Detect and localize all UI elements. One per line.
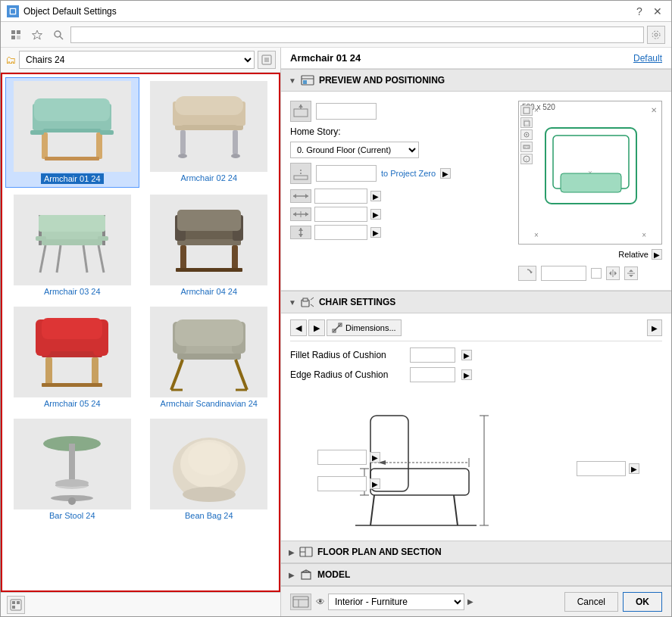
rotation-input[interactable]: 0.00° bbox=[541, 266, 586, 281]
svg-marker-115 bbox=[609, 271, 611, 276]
viewport-ruler[interactable] bbox=[520, 142, 533, 152]
close-button[interactable]: ✕ bbox=[650, 4, 665, 19]
cancel-button[interactable]: Cancel bbox=[564, 592, 618, 612]
svg-rect-83 bbox=[303, 80, 307, 84]
to-project-arrow[interactable]: ▶ bbox=[440, 168, 451, 179]
category-browse-button[interactable] bbox=[258, 51, 276, 69]
svg-line-41 bbox=[57, 245, 61, 273]
category-select[interactable]: Chairs 24 bbox=[19, 51, 255, 69]
svg-rect-101 bbox=[561, 173, 621, 192]
svg-rect-146 bbox=[302, 572, 311, 579]
list-item[interactable]: Armchair 03 24 bbox=[5, 191, 139, 300]
next-param-button[interactable]: ▶ bbox=[308, 319, 325, 336]
svg-rect-59 bbox=[92, 357, 98, 385]
floor-plan-header[interactable]: ▶ FLOOR PLAN AND SECTION bbox=[281, 541, 671, 563]
search-icon[interactable] bbox=[49, 26, 67, 44]
viewport-mode-2d[interactable] bbox=[520, 105, 533, 116]
right-body: ▼ PREVIEW AND POSITIONING bbox=[281, 69, 671, 586]
list-item[interactable]: Armchair 01 24 bbox=[5, 77, 139, 188]
svg-marker-98 bbox=[298, 234, 303, 237]
chair-settings-toggle[interactable]: ▼ bbox=[289, 298, 296, 307]
help-button[interactable]: ? bbox=[632, 4, 647, 19]
svg-marker-116 bbox=[614, 271, 617, 276]
svg-marker-97 bbox=[298, 228, 303, 231]
svg-rect-121 bbox=[303, 298, 308, 301]
depth-arrow[interactable]: ▶ bbox=[370, 209, 381, 220]
svg-line-42 bbox=[83, 245, 87, 273]
svg-rect-57 bbox=[42, 318, 102, 339]
width-input[interactable]: 520 bbox=[314, 189, 367, 204]
back-height-input[interactable]: 70 bbox=[317, 476, 367, 491]
list-item[interactable]: Bean Bag 24 bbox=[142, 415, 277, 524]
bottom-action-button[interactable] bbox=[7, 596, 25, 614]
mirror-checkbox[interactable] bbox=[591, 268, 602, 279]
footer-left: 👁 Interior - Furniture ▶ bbox=[290, 594, 474, 610]
list-item[interactable]: Armchair 04 24 bbox=[142, 191, 277, 300]
svg-marker-6 bbox=[33, 30, 42, 39]
edge-row: Edge Radius of Cushion 5 ▶ bbox=[290, 367, 662, 382]
items-grid: Armchair 01 24 bbox=[5, 77, 276, 524]
list-item[interactable]: Armchair 05 24 bbox=[5, 303, 139, 412]
depth-input[interactable]: 520 bbox=[314, 207, 367, 222]
item-image bbox=[14, 195, 131, 285]
prev-param-button[interactable]: ◀ bbox=[290, 319, 307, 336]
viewport-camera[interactable] bbox=[520, 129, 533, 140]
diagram-height-arrow[interactable]: ▶ bbox=[629, 463, 639, 474]
height-arrow[interactable]: ▶ bbox=[370, 227, 381, 238]
back-height-row: 70 ▶ bbox=[317, 476, 380, 491]
ok-button[interactable]: OK bbox=[623, 592, 662, 612]
svg-point-7 bbox=[55, 31, 61, 37]
settings-button[interactable] bbox=[647, 26, 665, 44]
model-header[interactable]: ▶ MODEL bbox=[281, 563, 671, 586]
category-footer-select[interactable]: Interior - Furniture bbox=[328, 594, 464, 610]
list-item[interactable]: Armchair 02 24 bbox=[142, 77, 277, 188]
preview-section-header[interactable]: ▼ PREVIEW AND POSITIONING bbox=[281, 69, 671, 92]
svg-point-32 bbox=[178, 154, 187, 158]
flip-v-button[interactable] bbox=[624, 266, 638, 280]
svg-rect-58 bbox=[45, 357, 52, 385]
dimensions-button[interactable]: Dimensions... bbox=[327, 319, 402, 336]
home-story-label: Home Story: bbox=[290, 126, 341, 137]
seat-depth-input[interactable]: 100 bbox=[317, 450, 367, 465]
viewport-info[interactable]: i bbox=[520, 154, 533, 164]
flip-h-button[interactable] bbox=[606, 266, 620, 280]
edge-arrow[interactable]: ▶ bbox=[461, 369, 472, 380]
svg-point-75 bbox=[188, 442, 230, 475]
total-height-input[interactable]: 660 bbox=[314, 225, 367, 240]
relative-arrow[interactable]: ▶ bbox=[652, 249, 662, 260]
svg-rect-1 bbox=[11, 9, 15, 14]
svg-rect-29 bbox=[175, 96, 243, 115]
list-item[interactable]: Armchair Scandinavian 24 bbox=[142, 303, 277, 412]
svg-rect-65 bbox=[175, 319, 243, 346]
model-toggle[interactable]: ▶ bbox=[289, 571, 295, 579]
to-project-zero-btn[interactable]: to Project Zero bbox=[381, 169, 436, 178]
fillet-arrow[interactable]: ▶ bbox=[461, 350, 472, 360]
home-story-select[interactable]: 0. Ground Floor (Current) bbox=[290, 142, 419, 158]
search-input[interactable] bbox=[70, 26, 644, 43]
seat-depth-arrow[interactable]: ▶ bbox=[370, 452, 380, 463]
rotation-icon bbox=[518, 266, 536, 281]
edge-input[interactable]: 5 bbox=[410, 367, 455, 382]
elevation-icon bbox=[290, 101, 311, 122]
item-image bbox=[14, 419, 131, 509]
width-arrow[interactable]: ▶ bbox=[370, 191, 381, 201]
svg-text:i: i bbox=[526, 157, 527, 162]
viewport-mode-3d[interactable] bbox=[520, 117, 533, 128]
model-icon bbox=[299, 568, 313, 581]
fillet-input[interactable]: 20 bbox=[410, 347, 455, 363]
back-height-arrow[interactable]: ▶ bbox=[370, 478, 380, 489]
settings-expand-arrow[interactable]: ▶ bbox=[647, 319, 662, 336]
diagram-height-input[interactable]: 400 bbox=[577, 461, 626, 476]
back-button[interactable] bbox=[7, 26, 25, 44]
chair-settings-header[interactable]: ▼ CHAIR SETTINGS bbox=[281, 291, 671, 313]
elevation-input[interactable]: 100 bbox=[316, 103, 377, 120]
list-item[interactable]: Bar Stool 24 bbox=[5, 415, 139, 524]
floor-offset-input[interactable]: 100 bbox=[316, 165, 377, 182]
default-button[interactable]: Default bbox=[633, 53, 662, 64]
favorites-button[interactable] bbox=[28, 26, 46, 44]
category-icon bbox=[290, 594, 311, 610]
svg-rect-21 bbox=[96, 132, 102, 159]
floor-plan-toggle[interactable]: ▶ bbox=[289, 548, 295, 556]
preview-toggle[interactable]: ▼ bbox=[289, 76, 296, 85]
svg-marker-93 bbox=[293, 212, 296, 217]
